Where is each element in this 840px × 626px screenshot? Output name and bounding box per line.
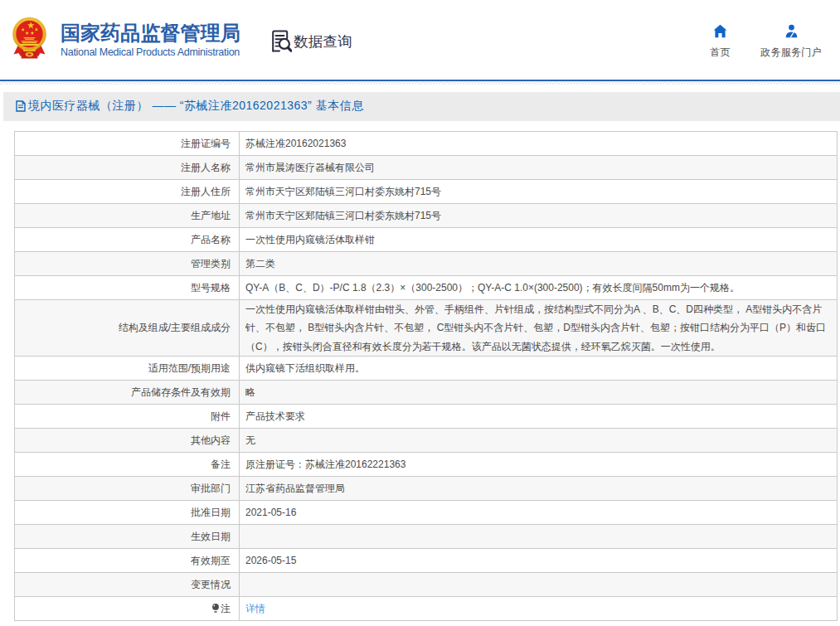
row-value: 苏械注准20162021363 <box>240 132 838 156</box>
table-row: 有效期至2026-05-15 <box>15 549 838 573</box>
row-label: 其他内容 <box>15 429 240 453</box>
row-value-text: 一次性使用内窥镜活体取样钳 <box>245 234 375 245</box>
nav-home[interactable]: 首页 <box>698 24 742 60</box>
row-label-text: 管理类别 <box>191 258 231 269</box>
row-label-text: 结构及组成/主要组成成分 <box>119 322 231 333</box>
document-search-icon <box>270 30 292 52</box>
table-row: 型号规格QY-A（B、C、D）-P/C 1.8（2.3）×（300-2500）；… <box>15 276 838 300</box>
user-icon <box>784 24 799 38</box>
row-value: QY-A（B、C、D）-P/C 1.8（2.3）×（300-2500）；QY-A… <box>240 276 838 300</box>
registration-table: 注册证编号苏械注准20162021363注册人名称常州市晨涛医疗器械有限公司注册… <box>14 131 838 621</box>
row-label: 批准日期 <box>15 501 240 525</box>
row-value: 产品技术要求 <box>240 405 838 429</box>
row-value-text: 一次性使用内窥镜活体取样钳由钳头、外管、手柄组件、片针组成，按结构型式不同分为A… <box>245 303 826 352</box>
brand-subtitle: National Medical Products Administration <box>61 46 240 58</box>
row-label: 管理类别 <box>15 252 240 276</box>
data-search-label: 数据查询 <box>294 32 352 51</box>
registration-table-body: 注册证编号苏械注准20162021363注册人名称常州市晨涛医疗器械有限公司注册… <box>15 132 838 621</box>
row-value: 供内窥镜下活组织取样用。 <box>240 357 838 381</box>
row-label-text: 批准日期 <box>191 507 231 518</box>
breadcrumb-bar: 境内医疗器械（注册） —— “苏械注准20162021363” 基本信息 <box>3 92 840 121</box>
national-emblem-logo <box>11 17 48 59</box>
row-value: 一次性使用内窥镜活体取样钳由钳头、外管、手柄组件、片针组成，按结构型式不同分为A… <box>240 300 838 357</box>
row-label: 备注 <box>15 453 240 477</box>
row-value: 常州市晨涛医疗器械有限公司 <box>240 156 838 180</box>
table-row: 注册人住所常州市天宁区郑陆镇三河口村委东姚村715号 <box>15 180 838 204</box>
row-label-text: 注册证编号 <box>181 138 231 149</box>
row-value: 2026-05-15 <box>240 549 838 573</box>
table-row: 注详情 <box>15 597 838 621</box>
row-value-text: 江苏省药品监督管理局 <box>245 483 345 494</box>
row-value: 略 <box>240 381 838 405</box>
row-label-text: 其他内容 <box>191 434 231 446</box>
row-value-text: 第二类 <box>245 258 275 269</box>
row-value <box>240 573 838 597</box>
row-label: 注册人住所 <box>15 180 240 204</box>
table-row: 产品储存条件及有效期略 <box>15 381 838 405</box>
row-label: 附件 <box>15 405 240 429</box>
breadcrumb-title: 境内医疗器械（注册） —— “苏械注准20162021363” 基本信息 <box>28 99 364 114</box>
row-label-text: 注 <box>221 603 231 614</box>
nav-home-label: 首页 <box>710 46 731 60</box>
table-row: 管理类别第二类 <box>15 252 838 276</box>
row-value-text: 2026-05-15 <box>245 555 296 566</box>
nav-portal[interactable]: 政务服务门户 <box>742 24 840 60</box>
table-row: 产品名称一次性使用内窥镜活体取样钳 <box>15 228 838 252</box>
row-label: 变更情况 <box>15 573 240 597</box>
row-label: 有效期至 <box>15 549 240 573</box>
nav-portal-label: 政务服务门户 <box>760 46 822 60</box>
row-value: 江苏省药品监督管理局 <box>240 477 838 501</box>
row-value-text: 原注册证号：苏械注准20162221363 <box>245 459 405 470</box>
row-label-text: 注册人住所 <box>181 186 231 197</box>
row-label: 型号规格 <box>15 276 240 300</box>
row-value: 常州市天宁区郑陆镇三河口村委东姚村715号 <box>240 204 838 228</box>
row-label: 生效日期 <box>15 525 240 549</box>
data-search-menu[interactable]: 数据查询 <box>270 30 352 52</box>
row-label-text: 产品名称 <box>191 234 231 245</box>
row-label: 注 <box>15 597 240 621</box>
row-value: 常州市天宁区郑陆镇三河口村委东姚村715号 <box>240 180 838 204</box>
row-label-text: 生效日期 <box>191 531 231 542</box>
table-row: 生效日期 <box>15 525 838 549</box>
row-label-text: 适用范围/预期用途 <box>148 362 231 374</box>
row-value: 一次性使用内窥镜活体取样钳 <box>240 228 838 252</box>
row-value-text: 苏械注准20162021363 <box>245 138 346 149</box>
row-value-text: 略 <box>245 386 255 398</box>
detail-link[interactable]: 详情 <box>245 603 265 614</box>
brand-block: 国家药品监督管理局 National Medical Products Admi… <box>61 22 240 58</box>
table-row: 其他内容无 <box>15 429 838 453</box>
row-value-text: 产品技术要求 <box>245 410 305 422</box>
table-row: 变更情况 <box>15 573 838 597</box>
row-label: 生产地址 <box>15 204 240 228</box>
bulb-icon <box>211 603 220 614</box>
header-nav: 首页 政务服务门户 <box>698 24 840 60</box>
row-label: 注册人名称 <box>15 156 240 180</box>
row-label-text: 注册人名称 <box>181 162 231 173</box>
row-label: 结构及组成/主要组成成分 <box>15 300 240 357</box>
brand-title: 国家药品监督管理局 <box>61 22 240 43</box>
row-label: 注册证编号 <box>15 132 240 156</box>
site-header: 国家药品监督管理局 National Medical Products Admi… <box>0 0 840 81</box>
row-label-text: 产品储存条件及有效期 <box>131 386 231 398</box>
row-value-text: 常州市天宁区郑陆镇三河口村委东姚村715号 <box>245 210 441 221</box>
row-label-text: 备注 <box>211 459 231 470</box>
row-label-text: 生产地址 <box>191 210 231 221</box>
table-row: 附件产品技术要求 <box>15 405 838 429</box>
table-row: 备注原注册证号：苏械注准20162221363 <box>15 453 838 477</box>
row-value-text: 无 <box>245 434 255 446</box>
row-value: 详情 <box>240 597 838 621</box>
stripe-band <box>0 81 840 85</box>
table-row: 注册证编号苏械注准20162021363 <box>15 132 838 156</box>
row-label: 审批部门 <box>15 477 240 501</box>
row-value-text: 常州市晨涛医疗器械有限公司 <box>245 162 375 173</box>
document-icon <box>16 100 26 112</box>
home-icon <box>713 24 727 38</box>
row-label: 产品名称 <box>15 228 240 252</box>
row-label: 适用范围/预期用途 <box>15 357 240 381</box>
table-row: 注册人名称常州市晨涛医疗器械有限公司 <box>15 156 838 180</box>
row-value: 无 <box>240 429 838 453</box>
row-label-text: 型号规格 <box>191 282 231 294</box>
table-row: 生产地址常州市天宁区郑陆镇三河口村委东姚村715号 <box>15 204 838 228</box>
table-row: 审批部门江苏省药品监督管理局 <box>15 477 838 501</box>
row-label-text: 有效期至 <box>191 555 231 566</box>
